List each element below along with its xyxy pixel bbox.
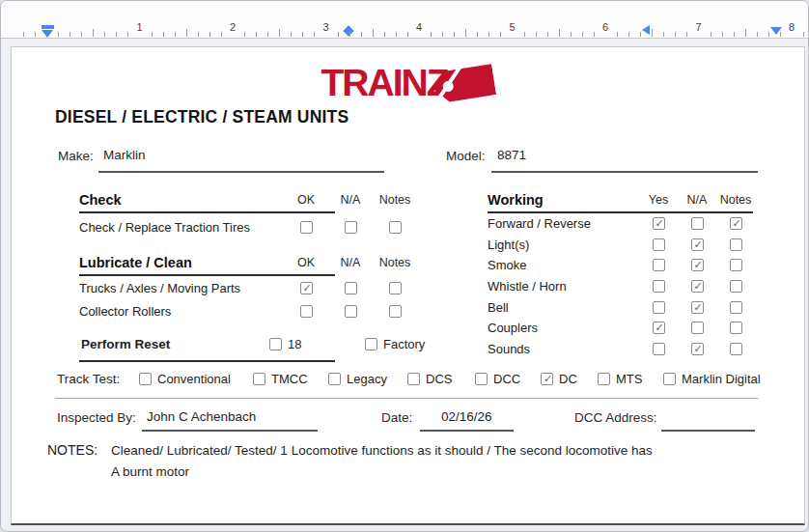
track-test-option: Marklin Digital <box>663 372 761 386</box>
ruler-number: 2 <box>230 21 236 33</box>
checklist-row: Light(s) <box>488 235 755 256</box>
checkbox[interactable] <box>389 305 402 318</box>
ruler-tick <box>396 32 397 37</box>
checkbox[interactable] <box>730 322 742 334</box>
ruler-tick <box>338 32 339 37</box>
perform-reset-title: Perform Reset <box>81 337 170 351</box>
checkbox[interactable] <box>389 282 402 294</box>
checkbox-checked[interactable] <box>653 217 665 230</box>
checkbox[interactable] <box>475 373 488 385</box>
date-value[interactable]: 02/16/26 <box>441 409 492 424</box>
left-indent-marker[interactable] <box>42 30 53 38</box>
checkbox-cell <box>716 322 755 334</box>
notes-label: NOTES: <box>47 442 98 458</box>
checkbox-checked[interactable] <box>730 217 742 230</box>
checkbox-cell <box>284 305 328 318</box>
checkbox[interactable] <box>653 259 665 271</box>
checkbox[interactable] <box>691 322 704 334</box>
page-title: DIESEL / ELECTRIC / STEAM UNITS <box>55 107 349 127</box>
checkbox[interactable] <box>328 373 341 385</box>
checkbox[interactable] <box>253 373 265 385</box>
trainz-logo-text: TRAINZ <box>321 64 448 101</box>
checkbox-checked[interactable] <box>691 259 704 271</box>
ruler-number: 4 <box>416 21 422 33</box>
track-test-option-label: Legacy <box>347 372 387 386</box>
checkbox[interactable] <box>300 221 313 234</box>
model-value[interactable]: 8871 <box>497 148 526 162</box>
row-label: Bell <box>488 300 639 315</box>
checkbox[interactable] <box>653 238 665 251</box>
notes-text-line2[interactable]: A burnt motor <box>111 464 189 479</box>
checkbox-cell <box>716 280 755 293</box>
track-test-option-label: DC <box>559 372 577 386</box>
checkbox[interactable] <box>345 305 357 318</box>
model-underline <box>491 171 758 173</box>
ruler-tick <box>663 32 664 37</box>
ruler-tick <box>373 29 374 37</box>
checkbox[interactable] <box>139 373 152 385</box>
section-title: Check <box>79 192 284 208</box>
ruler-tick <box>70 32 70 37</box>
working-section: WorkingYesN/ANotesForward / ReverseLight… <box>488 190 755 359</box>
checkbox-checked[interactable] <box>691 343 704 355</box>
checkbox-checked[interactable] <box>691 238 704 251</box>
ruler-tick <box>116 32 117 37</box>
checkbox[interactable] <box>389 221 402 234</box>
ruler-tick <box>488 32 489 37</box>
checkbox-cell <box>639 322 678 334</box>
checkbox[interactable] <box>598 373 610 385</box>
track-test-option: DCC <box>475 372 520 386</box>
checkbox[interactable] <box>730 343 742 355</box>
checkbox[interactable] <box>407 373 420 385</box>
inspected-by-value[interactable]: John C Achenbach <box>147 409 256 424</box>
checkbox[interactable] <box>730 280 742 293</box>
checkbox-checked[interactable] <box>691 280 704 293</box>
checkbox-checked[interactable] <box>691 301 704 314</box>
checkbox-checked[interactable] <box>653 322 665 334</box>
checkbox[interactable] <box>730 301 742 314</box>
trainz-logo: TRAINZ <box>12 57 804 107</box>
make-label: Make: <box>58 149 94 163</box>
date-label: Date: <box>381 410 412 425</box>
ruler-tick <box>745 29 746 37</box>
checkbox[interactable] <box>663 373 676 385</box>
checkbox[interactable] <box>730 259 742 271</box>
ruler-tick <box>536 32 537 37</box>
checkbox[interactable] <box>653 343 665 355</box>
checkbox[interactable] <box>653 280 665 293</box>
ruler-tick <box>757 32 758 37</box>
checklist-row: Sounds <box>488 339 755 360</box>
checkbox[interactable] <box>653 301 665 314</box>
track-test-option: MTS <box>598 372 642 386</box>
track-test-option-label: DCS <box>426 372 452 386</box>
ruler-tick <box>58 32 59 37</box>
checkbox-cell <box>639 217 678 230</box>
notes-text-line1[interactable]: Cleaned/ Lubricated/ Tested/ 1 Locomotiv… <box>111 443 653 458</box>
row-label: Sounds <box>488 342 639 356</box>
ruler-tick <box>209 32 210 37</box>
ruler-tick <box>711 32 711 37</box>
ruler-tick <box>163 32 164 37</box>
ruler-tick <box>477 32 478 37</box>
checkbox[interactable] <box>269 338 282 350</box>
checkbox-checked[interactable] <box>541 373 553 385</box>
checkbox[interactable] <box>691 217 704 230</box>
track-test-option: TMCC <box>253 372 308 386</box>
date-underline <box>420 430 514 432</box>
tab-stop-marker[interactable] <box>642 25 650 35</box>
first-line-indent-marker[interactable] <box>42 25 54 29</box>
checkbox[interactable] <box>300 305 313 318</box>
checkbox[interactable] <box>345 221 357 234</box>
column-header: N/A <box>328 256 373 269</box>
ruler-tick <box>291 32 292 37</box>
make-value[interactable]: Marklin <box>103 148 146 162</box>
checkbox[interactable] <box>345 282 357 294</box>
ruler-tick <box>547 32 548 37</box>
ruler-tick <box>279 29 280 37</box>
checkbox[interactable] <box>365 338 377 350</box>
checkbox-checked[interactable] <box>300 282 313 294</box>
checkbox-cell <box>639 280 678 293</box>
checkbox[interactable] <box>730 238 742 251</box>
ruler-tick <box>104 32 105 37</box>
checkbox-cell <box>328 221 373 234</box>
